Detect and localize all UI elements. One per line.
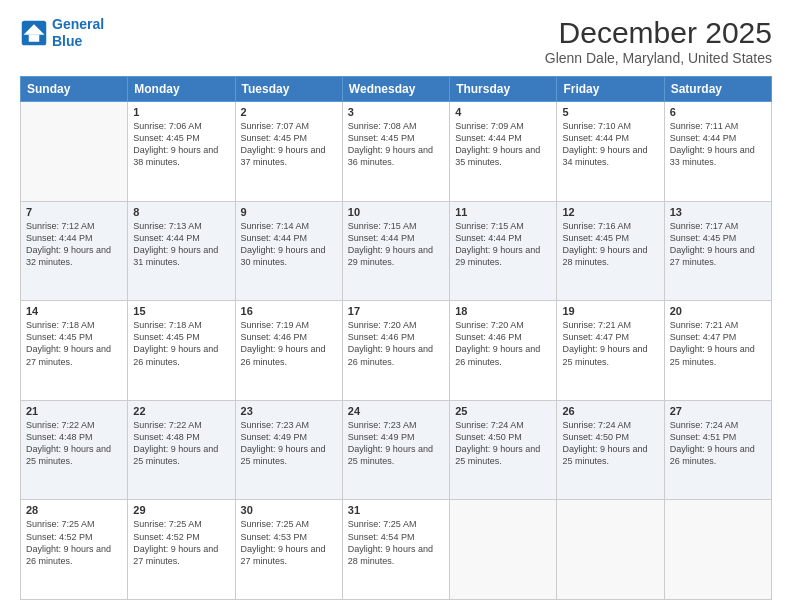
table-row: 20Sunrise: 7:21 AMSunset: 4:47 PMDayligh… xyxy=(664,301,771,401)
table-row: 19Sunrise: 7:21 AMSunset: 4:47 PMDayligh… xyxy=(557,301,664,401)
logo: General Blue xyxy=(20,16,104,50)
day-number: 31 xyxy=(348,504,444,516)
calendar-week-row: 21Sunrise: 7:22 AMSunset: 4:48 PMDayligh… xyxy=(21,400,772,500)
day-info: Sunrise: 7:09 AMSunset: 4:44 PMDaylight:… xyxy=(455,120,551,169)
table-row: 2Sunrise: 7:07 AMSunset: 4:45 PMDaylight… xyxy=(235,102,342,202)
day-info: Sunrise: 7:21 AMSunset: 4:47 PMDaylight:… xyxy=(562,319,658,368)
day-info: Sunrise: 7:13 AMSunset: 4:44 PMDaylight:… xyxy=(133,220,229,269)
table-row: 11Sunrise: 7:15 AMSunset: 4:44 PMDayligh… xyxy=(450,201,557,301)
day-number: 7 xyxy=(26,206,122,218)
table-row: 14Sunrise: 7:18 AMSunset: 4:45 PMDayligh… xyxy=(21,301,128,401)
table-row xyxy=(21,102,128,202)
page: General Blue December 2025 Glenn Dale, M… xyxy=(0,0,792,612)
table-row: 17Sunrise: 7:20 AMSunset: 4:46 PMDayligh… xyxy=(342,301,449,401)
logo-blue: Blue xyxy=(52,33,104,50)
day-info: Sunrise: 7:15 AMSunset: 4:44 PMDaylight:… xyxy=(455,220,551,269)
day-number: 9 xyxy=(241,206,337,218)
day-number: 16 xyxy=(241,305,337,317)
table-row: 22Sunrise: 7:22 AMSunset: 4:48 PMDayligh… xyxy=(128,400,235,500)
calendar-header-row: Sunday Monday Tuesday Wednesday Thursday… xyxy=(21,77,772,102)
day-number: 15 xyxy=(133,305,229,317)
calendar-week-row: 28Sunrise: 7:25 AMSunset: 4:52 PMDayligh… xyxy=(21,500,772,600)
day-number: 2 xyxy=(241,106,337,118)
table-row: 12Sunrise: 7:16 AMSunset: 4:45 PMDayligh… xyxy=(557,201,664,301)
day-number: 14 xyxy=(26,305,122,317)
day-info: Sunrise: 7:25 AMSunset: 4:52 PMDaylight:… xyxy=(26,518,122,567)
day-number: 17 xyxy=(348,305,444,317)
day-number: 24 xyxy=(348,405,444,417)
day-number: 1 xyxy=(133,106,229,118)
header: General Blue December 2025 Glenn Dale, M… xyxy=(20,16,772,66)
table-row: 24Sunrise: 7:23 AMSunset: 4:49 PMDayligh… xyxy=(342,400,449,500)
day-info: Sunrise: 7:21 AMSunset: 4:47 PMDaylight:… xyxy=(670,319,766,368)
table-row: 23Sunrise: 7:23 AMSunset: 4:49 PMDayligh… xyxy=(235,400,342,500)
calendar-table: Sunday Monday Tuesday Wednesday Thursday… xyxy=(20,76,772,600)
day-info: Sunrise: 7:16 AMSunset: 4:45 PMDaylight:… xyxy=(562,220,658,269)
col-thursday: Thursday xyxy=(450,77,557,102)
col-friday: Friday xyxy=(557,77,664,102)
table-row: 9Sunrise: 7:14 AMSunset: 4:44 PMDaylight… xyxy=(235,201,342,301)
day-number: 10 xyxy=(348,206,444,218)
day-info: Sunrise: 7:11 AMSunset: 4:44 PMDaylight:… xyxy=(670,120,766,169)
day-info: Sunrise: 7:08 AMSunset: 4:45 PMDaylight:… xyxy=(348,120,444,169)
day-info: Sunrise: 7:14 AMSunset: 4:44 PMDaylight:… xyxy=(241,220,337,269)
day-info: Sunrise: 7:20 AMSunset: 4:46 PMDaylight:… xyxy=(348,319,444,368)
table-row: 8Sunrise: 7:13 AMSunset: 4:44 PMDaylight… xyxy=(128,201,235,301)
table-row: 6Sunrise: 7:11 AMSunset: 4:44 PMDaylight… xyxy=(664,102,771,202)
day-number: 19 xyxy=(562,305,658,317)
day-info: Sunrise: 7:24 AMSunset: 4:50 PMDaylight:… xyxy=(455,419,551,468)
svg-rect-2 xyxy=(29,35,40,42)
day-info: Sunrise: 7:10 AMSunset: 4:44 PMDaylight:… xyxy=(562,120,658,169)
day-info: Sunrise: 7:25 AMSunset: 4:52 PMDaylight:… xyxy=(133,518,229,567)
table-row xyxy=(664,500,771,600)
day-info: Sunrise: 7:25 AMSunset: 4:53 PMDaylight:… xyxy=(241,518,337,567)
day-number: 23 xyxy=(241,405,337,417)
table-row: 7Sunrise: 7:12 AMSunset: 4:44 PMDaylight… xyxy=(21,201,128,301)
table-row: 29Sunrise: 7:25 AMSunset: 4:52 PMDayligh… xyxy=(128,500,235,600)
table-row: 1Sunrise: 7:06 AMSunset: 4:45 PMDaylight… xyxy=(128,102,235,202)
col-wednesday: Wednesday xyxy=(342,77,449,102)
calendar-week-row: 7Sunrise: 7:12 AMSunset: 4:44 PMDaylight… xyxy=(21,201,772,301)
day-info: Sunrise: 7:25 AMSunset: 4:54 PMDaylight:… xyxy=(348,518,444,567)
day-info: Sunrise: 7:12 AMSunset: 4:44 PMDaylight:… xyxy=(26,220,122,269)
day-info: Sunrise: 7:19 AMSunset: 4:46 PMDaylight:… xyxy=(241,319,337,368)
table-row: 5Sunrise: 7:10 AMSunset: 4:44 PMDaylight… xyxy=(557,102,664,202)
table-row: 3Sunrise: 7:08 AMSunset: 4:45 PMDaylight… xyxy=(342,102,449,202)
day-info: Sunrise: 7:23 AMSunset: 4:49 PMDaylight:… xyxy=(348,419,444,468)
table-row: 16Sunrise: 7:19 AMSunset: 4:46 PMDayligh… xyxy=(235,301,342,401)
table-row: 21Sunrise: 7:22 AMSunset: 4:48 PMDayligh… xyxy=(21,400,128,500)
day-number: 12 xyxy=(562,206,658,218)
calendar-week-row: 14Sunrise: 7:18 AMSunset: 4:45 PMDayligh… xyxy=(21,301,772,401)
day-info: Sunrise: 7:17 AMSunset: 4:45 PMDaylight:… xyxy=(670,220,766,269)
calendar-week-row: 1Sunrise: 7:06 AMSunset: 4:45 PMDaylight… xyxy=(21,102,772,202)
col-tuesday: Tuesday xyxy=(235,77,342,102)
day-number: 11 xyxy=(455,206,551,218)
table-row: 30Sunrise: 7:25 AMSunset: 4:53 PMDayligh… xyxy=(235,500,342,600)
day-info: Sunrise: 7:18 AMSunset: 4:45 PMDaylight:… xyxy=(133,319,229,368)
day-info: Sunrise: 7:22 AMSunset: 4:48 PMDaylight:… xyxy=(133,419,229,468)
subtitle: Glenn Dale, Maryland, United States xyxy=(545,50,772,66)
table-row: 18Sunrise: 7:20 AMSunset: 4:46 PMDayligh… xyxy=(450,301,557,401)
table-row: 15Sunrise: 7:18 AMSunset: 4:45 PMDayligh… xyxy=(128,301,235,401)
day-number: 30 xyxy=(241,504,337,516)
day-number: 20 xyxy=(670,305,766,317)
day-number: 18 xyxy=(455,305,551,317)
day-number: 21 xyxy=(26,405,122,417)
title-block: December 2025 Glenn Dale, Maryland, Unit… xyxy=(545,16,772,66)
logo-icon xyxy=(20,19,48,47)
day-number: 6 xyxy=(670,106,766,118)
table-row xyxy=(450,500,557,600)
table-row: 28Sunrise: 7:25 AMSunset: 4:52 PMDayligh… xyxy=(21,500,128,600)
day-info: Sunrise: 7:23 AMSunset: 4:49 PMDaylight:… xyxy=(241,419,337,468)
day-number: 8 xyxy=(133,206,229,218)
table-row: 27Sunrise: 7:24 AMSunset: 4:51 PMDayligh… xyxy=(664,400,771,500)
day-number: 27 xyxy=(670,405,766,417)
col-sunday: Sunday xyxy=(21,77,128,102)
day-info: Sunrise: 7:24 AMSunset: 4:50 PMDaylight:… xyxy=(562,419,658,468)
logo-general: General xyxy=(52,16,104,32)
logo-text: General Blue xyxy=(52,16,104,50)
day-info: Sunrise: 7:07 AMSunset: 4:45 PMDaylight:… xyxy=(241,120,337,169)
day-number: 22 xyxy=(133,405,229,417)
table-row: 10Sunrise: 7:15 AMSunset: 4:44 PMDayligh… xyxy=(342,201,449,301)
table-row: 26Sunrise: 7:24 AMSunset: 4:50 PMDayligh… xyxy=(557,400,664,500)
